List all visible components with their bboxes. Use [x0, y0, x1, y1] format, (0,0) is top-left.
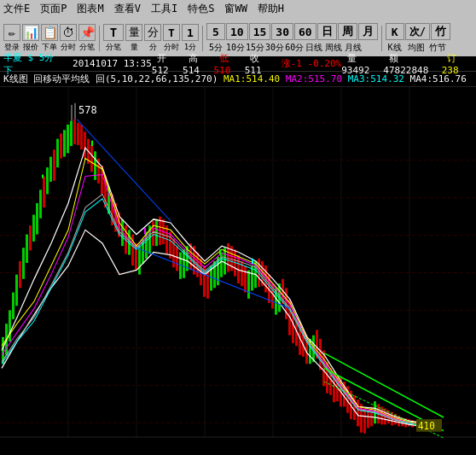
toolbar-label-daily: 日线: [305, 42, 323, 54]
svg-rect-39: [80, 125, 83, 149]
svg-rect-120: [357, 400, 359, 426]
svg-rect-38: [77, 123, 79, 145]
svg-rect-56: [138, 246, 141, 274]
ma3-label: MA3:514.32: [342, 73, 404, 85]
toolbar-btn-week[interactable]: 周: [338, 23, 357, 40]
svg-rect-35: [67, 125, 69, 153]
toolbar-icon-order[interactable]: 📋: [41, 24, 58, 41]
svg-rect-29: [46, 167, 49, 194]
ma4-label: MA4:516.76: [404, 73, 467, 85]
svg-rect-67: [176, 246, 178, 271]
svg-rect-37: [73, 120, 76, 144]
ma-params-label: 回(5,10,22,66,135,270): [90, 73, 218, 85]
svg-rect-123: [367, 411, 369, 429]
svg-rect-19: [12, 293, 15, 319]
toolbar-icon-pen[interactable]: ✏️: [3, 24, 20, 41]
toolbar-btn-day[interactable]: 日: [317, 23, 337, 40]
menu-chart[interactable]: 图表M: [77, 2, 103, 16]
svg-rect-80: [220, 252, 223, 277]
menu-view[interactable]: 查看V: [114, 2, 141, 16]
svg-rect-23: [26, 235, 28, 263]
toolbar-divider-3: [381, 26, 382, 51]
svg-rect-87: [244, 265, 247, 292]
change-label: 涨-1: [276, 57, 302, 70]
svg-rect-25: [32, 215, 35, 242]
menu-tools[interactable]: 工具I: [151, 2, 177, 16]
toolbar-btn-avg[interactable]: 次/: [405, 23, 430, 40]
toolbar-btn-T[interactable]: T: [103, 24, 124, 41]
toolbar-btn-5[interactable]: 5: [206, 23, 225, 40]
svg-rect-31: [53, 149, 55, 181]
svg-rect-33: [60, 133, 62, 158]
chart-area[interactable]: 578 410: [0, 87, 476, 438]
svg-rect-81: [223, 248, 226, 274]
svg-rect-36: [70, 121, 73, 146]
svg-rect-40: [84, 131, 86, 158]
toolbar-label-weekly: 周线: [324, 42, 343, 54]
toolbar-label-60m: 60分: [285, 42, 304, 54]
toolbar-btn-15[interactable]: 15: [249, 23, 271, 40]
time-label: 13:35: [118, 58, 152, 69]
svg-rect-121: [360, 404, 363, 432]
svg-rect-28: [43, 177, 45, 208]
ma-type-label: 回移动平均线: [28, 73, 90, 85]
svg-rect-76: [206, 270, 209, 298]
svg-rect-21: [19, 261, 21, 288]
toolbar-btn-t2[interactable]: T: [163, 24, 180, 41]
toolbar-btn-10[interactable]: 10: [226, 23, 248, 40]
change-pct-label: -0.20%: [302, 58, 341, 69]
toolbar-btn-60[interactable]: 60: [294, 23, 316, 40]
ma-bar: K线图 回移动平均线 回(5,10,22,66,135,270) MA1:514…: [0, 72, 476, 87]
toolbar-btn-bamboo[interactable]: 竹: [431, 23, 450, 40]
toolbar-icon-time[interactable]: ⏱: [60, 24, 77, 41]
svg-rect-34: [63, 130, 66, 156]
ma1-label: MA1:514.40: [218, 73, 280, 85]
svg-rect-26: [36, 203, 38, 235]
toolbar-btn-vol[interactable]: 量: [125, 24, 142, 41]
svg-rect-27: [39, 190, 42, 218]
menu-window[interactable]: 窗WW: [224, 2, 247, 16]
menu-file[interactable]: 文件E: [3, 2, 30, 16]
toolbar-icon-tick[interactable]: 📌: [78, 24, 96, 41]
svg-rect-42: [90, 145, 93, 172]
svg-rect-32: [56, 139, 59, 167]
low-label: 低510: [213, 52, 244, 76]
toolbar-icon-report[interactable]: 📊: [22, 24, 39, 41]
svg-rect-18: [9, 310, 11, 341]
toolbar-label-T: 分笔: [106, 42, 121, 53]
date-label: 20141017: [73, 58, 118, 69]
menu-special[interactable]: 特色S: [188, 2, 214, 16]
ma2-label: MA2:515.70: [280, 73, 342, 85]
kline-type-label: K线图: [3, 73, 28, 85]
amount-label: 额47822848: [383, 52, 441, 76]
toolbar-divider-1: [99, 26, 100, 51]
svg-text:410: 410: [418, 420, 435, 431]
svg-rect-20: [15, 275, 18, 306]
svg-rect-30: [49, 157, 52, 182]
toolbar-label-vol: 量: [131, 42, 138, 53]
status-bar: 半夏 $ 5分 下 20141017 13:35 开512 高514 低510 …: [0, 56, 476, 72]
svg-rect-24: [29, 225, 32, 250]
chart-svg: 578 410: [0, 87, 476, 438]
menu-bar: 文件E 页面P 图表M 查看V 工具I 特色S 窗WW 帮助H: [0, 0, 476, 17]
svg-rect-88: [247, 270, 250, 298]
svg-rect-122: [363, 408, 366, 433]
menu-page[interactable]: 页面P: [40, 2, 67, 16]
volume-label: 量93492: [341, 52, 383, 76]
toolbar-btn-1[interactable]: 1: [182, 24, 199, 41]
toolbar-btn-month[interactable]: 月: [358, 23, 378, 40]
close-label: 收511: [245, 52, 276, 76]
menu-help[interactable]: 帮助H: [258, 2, 284, 16]
toolbar-btn-fen[interactable]: 分: [144, 24, 161, 41]
svg-text:578: 578: [78, 104, 97, 116]
toolbar-btn-30[interactable]: 30: [271, 23, 293, 40]
svg-rect-22: [22, 248, 25, 279]
toolbar-label-tick: 分笔: [79, 42, 95, 53]
orders-label: 订238: [442, 52, 473, 76]
toolbar-btn-kline[interactable]: K: [386, 23, 404, 40]
toolbar-divider-2: [202, 26, 203, 51]
